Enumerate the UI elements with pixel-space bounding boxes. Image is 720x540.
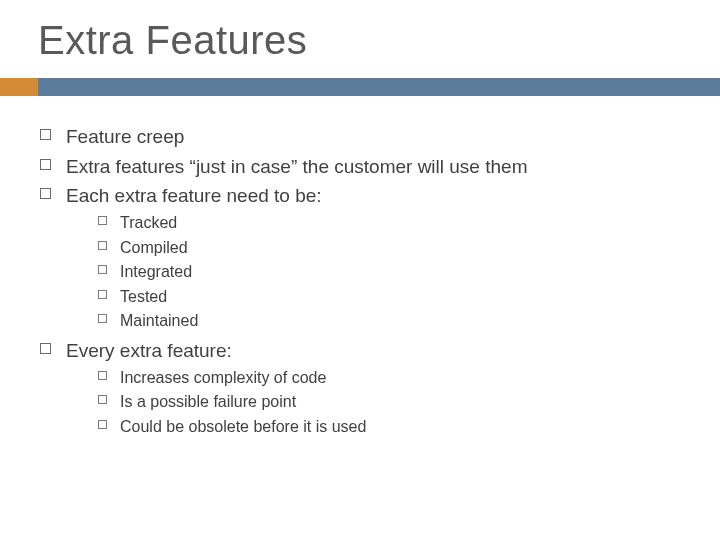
list-item: Extra features “just in case” the custom…: [38, 154, 690, 180]
accent-bar-right: [38, 78, 720, 96]
list-item: Feature creep: [38, 124, 690, 150]
slide-title: Extra Features: [38, 18, 720, 63]
list-item: Each extra feature need to be: Tracked C…: [38, 183, 690, 332]
slide: Extra Features Feature creep Extra featu…: [0, 0, 720, 540]
content-area: Feature creep Extra features “just in ca…: [38, 120, 690, 443]
list-item: Every extra feature: Increases complexit…: [38, 338, 690, 437]
list-item-text: Each extra feature need to be:: [66, 185, 322, 206]
accent-bar: [0, 78, 720, 96]
list-item: Increases complexity of code: [96, 367, 690, 389]
list-item: Tested: [96, 286, 690, 308]
list-item: Compiled: [96, 237, 690, 259]
list-item: Is a possible failure point: [96, 391, 690, 413]
list-item-text: Every extra feature:: [66, 340, 232, 361]
list-item: Integrated: [96, 261, 690, 283]
list-item: Maintained: [96, 310, 690, 332]
bullet-list: Feature creep Extra features “just in ca…: [38, 124, 690, 437]
accent-bar-left: [0, 78, 38, 96]
list-item: Could be obsolete before it is used: [96, 416, 690, 438]
list-item: Tracked: [96, 212, 690, 234]
sub-bullet-list: Increases complexity of code Is a possib…: [66, 367, 690, 438]
title-area: Extra Features: [0, 0, 720, 63]
sub-bullet-list: Tracked Compiled Integrated Tested Maint…: [66, 212, 690, 332]
